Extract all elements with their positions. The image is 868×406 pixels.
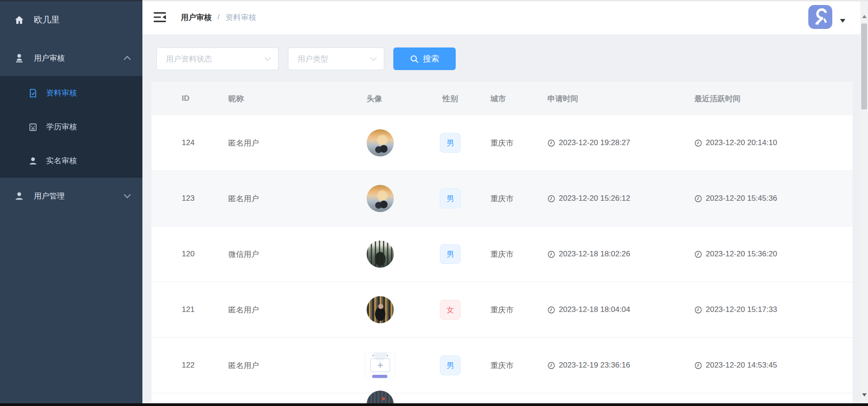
table-row bbox=[151, 393, 853, 403]
cell-nickname: 匿名用户 bbox=[219, 194, 340, 204]
sidebar-item-education-audit[interactable]: 学历审核 bbox=[0, 110, 142, 144]
cell-city: 重庆市 bbox=[480, 305, 536, 315]
row-avatar-image bbox=[367, 241, 394, 268]
sidebar-item-label: 学历审核 bbox=[46, 122, 77, 132]
chevron-down-icon bbox=[264, 54, 271, 61]
cell-city: 重庆市 bbox=[480, 360, 536, 371]
audit-table: ID 昵称 头像 性别 城市 申请时间 最近活跃时间 124 匿名用户 男 重庆… bbox=[151, 82, 853, 403]
table-header-row: ID 昵称 头像 性别 城市 申请时间 最近活跃时间 bbox=[151, 82, 853, 115]
clock-icon bbox=[694, 195, 702, 203]
school-building-icon bbox=[28, 122, 38, 132]
profile-status-select[interactable]: 用户资料状态 bbox=[156, 47, 278, 70]
search-button[interactable]: 搜索 bbox=[393, 47, 456, 70]
sidebar-item-label: 资料审核 bbox=[46, 88, 77, 98]
column-header-active-time: 最近活跃时间 bbox=[685, 94, 853, 104]
breadcrumb-item-user-audit[interactable]: 用户审核 bbox=[181, 12, 212, 23]
cell-apply-time: 2023-12-20 19:28:27 bbox=[559, 138, 630, 147]
home-icon bbox=[14, 15, 24, 25]
document-check-icon bbox=[28, 88, 38, 98]
cell-active-time: 2023-12-20 14:53:45 bbox=[706, 361, 777, 370]
column-header-nickname: 昵称 bbox=[219, 94, 340, 104]
breadcrumb-item-profile-audit: 资料审核 bbox=[226, 12, 256, 23]
clock-icon bbox=[694, 362, 702, 369]
gender-badge: 男 bbox=[440, 189, 461, 208]
cell-nickname: 微信用户 bbox=[219, 249, 340, 260]
topbar: 用户审核 / 资料审核 bbox=[142, 0, 860, 35]
cell-city: 重庆市 bbox=[480, 249, 536, 260]
sidebar-item-user-audit[interactable]: 用户审核 bbox=[0, 40, 142, 76]
window-top-edge-light bbox=[142, 0, 868, 1]
scrollbar-up-arrow[interactable] bbox=[860, 13, 868, 20]
cell-active-time: 2023-12-20 15:17:33 bbox=[706, 305, 777, 314]
cell-id: 124 bbox=[151, 138, 219, 147]
person-icon bbox=[28, 156, 38, 166]
clock-icon bbox=[694, 250, 702, 258]
column-header-city: 城市 bbox=[480, 94, 536, 104]
gender-badge: 男 bbox=[440, 244, 461, 264]
table-row: 121 匿名用户 女 重庆市 2023-12-18 18:04:04 2023-… bbox=[151, 282, 853, 338]
row-avatar-image bbox=[365, 353, 395, 378]
sidebar-brand[interactable]: 欧几里 bbox=[0, 0, 142, 40]
sidebar-collapse-icon[interactable] bbox=[154, 11, 166, 23]
table-row: 123 匿名用户 男 重庆市 2023-12-20 15:26:12 2023-… bbox=[151, 171, 853, 227]
column-header-apply-time: 申请时间 bbox=[536, 94, 685, 104]
column-header-gender: 性别 bbox=[421, 94, 480, 104]
search-icon bbox=[410, 55, 419, 63]
window-top-edge-dark bbox=[0, 0, 142, 1]
cell-city: 重庆市 bbox=[480, 194, 536, 204]
chevron-up-icon bbox=[124, 56, 131, 63]
vertical-scrollbar[interactable] bbox=[860, 0, 868, 403]
clock-icon bbox=[547, 306, 555, 314]
user-type-select[interactable]: 用户类型 bbox=[288, 47, 384, 70]
cell-nickname: 匿名用户 bbox=[219, 360, 340, 371]
cell-id: 123 bbox=[151, 194, 219, 203]
cell-id: 121 bbox=[151, 305, 219, 314]
clock-icon bbox=[547, 362, 555, 369]
cell-id: 122 bbox=[151, 361, 219, 370]
clock-icon bbox=[547, 195, 555, 203]
sidebar-item-label: 用户审核 bbox=[34, 53, 65, 63]
sidebar-item-label: 用户管理 bbox=[34, 191, 65, 201]
brand-label: 欧几里 bbox=[34, 14, 60, 26]
select-placeholder: 用户类型 bbox=[297, 54, 328, 64]
sidebar-item-realname-audit[interactable]: 实名审核 bbox=[0, 144, 142, 178]
user-avatar[interactable] bbox=[808, 5, 832, 29]
gender-badge: 男 bbox=[440, 355, 461, 375]
cell-active-time: 2023-12-20 20:14:10 bbox=[706, 138, 777, 147]
row-avatar-image bbox=[367, 296, 394, 323]
cell-apply-time: 2023-12-18 18:02:26 bbox=[559, 250, 630, 259]
sidebar-submenu-user-audit: 资料审核 学历审核 实名审核 bbox=[0, 76, 142, 178]
sidebar-item-profile-audit[interactable]: 资料审核 bbox=[0, 76, 142, 110]
user-manage-icon bbox=[14, 191, 24, 201]
select-placeholder: 用户资料状态 bbox=[166, 54, 212, 64]
main-content: 用户资料状态 用户类型 搜索 ID 昵称 头像 性别 城市 申请时间 最近活跃时… bbox=[142, 34, 860, 403]
table-row: 122 匿名用户 男 重庆市 2023-12-19 23:36:16 2023-… bbox=[151, 338, 853, 393]
row-avatar-image bbox=[367, 129, 394, 156]
row-avatar-image bbox=[367, 391, 394, 403]
cell-id: 120 bbox=[151, 250, 219, 259]
table-row: 124 匿名用户 男 重庆市 2023-12-20 19:28:27 2023-… bbox=[151, 115, 853, 171]
cell-nickname: 匿名用户 bbox=[219, 138, 340, 148]
window-bottom-edge bbox=[0, 403, 868, 406]
chevron-down-icon bbox=[124, 191, 131, 198]
gender-badge: 女 bbox=[440, 300, 461, 320]
sidebar-item-user-manage[interactable]: 用户管理 bbox=[0, 178, 142, 214]
avatar-dropdown-caret-icon[interactable] bbox=[840, 19, 845, 23]
clock-icon bbox=[694, 306, 702, 314]
cell-apply-time: 2023-12-19 23:36:16 bbox=[559, 361, 630, 370]
chevron-down-icon bbox=[370, 54, 377, 61]
cell-apply-time: 2023-12-20 15:26:12 bbox=[559, 194, 630, 203]
cell-city: 重庆市 bbox=[480, 138, 536, 148]
scrollbar-thumb[interactable] bbox=[861, 24, 867, 109]
gender-badge: 男 bbox=[440, 133, 461, 153]
scrollbar-down-arrow[interactable] bbox=[860, 391, 868, 399]
sidebar: 欧几里 用户审核 资料审核 学历审核 实名审核 bbox=[0, 0, 142, 403]
cell-active-time: 2023-12-20 15:36:20 bbox=[706, 250, 777, 259]
user-audit-icon bbox=[14, 53, 24, 63]
row-avatar-image bbox=[367, 185, 394, 212]
breadcrumb-separator: / bbox=[217, 13, 220, 22]
cell-active-time: 2023-12-20 15:45:36 bbox=[706, 194, 777, 203]
column-header-id: ID bbox=[151, 94, 219, 103]
cell-apply-time: 2023-12-18 18:04:04 bbox=[559, 305, 630, 314]
column-header-avatar: 头像 bbox=[340, 94, 421, 104]
